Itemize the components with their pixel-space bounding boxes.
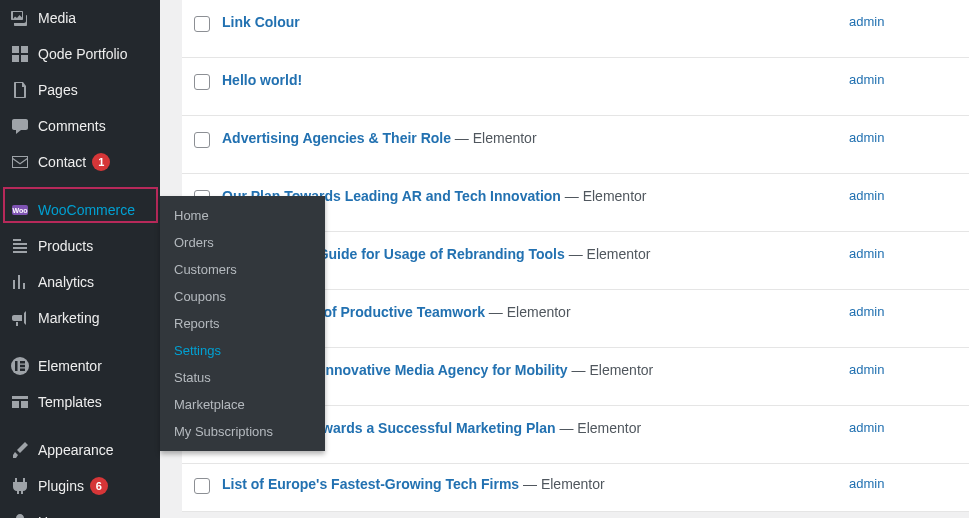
svg-text:Woo: Woo	[12, 207, 27, 214]
row-checkbox[interactable]	[194, 132, 210, 148]
analytics-icon	[10, 272, 30, 292]
post-title-link[interactable]: Link Colour	[222, 14, 300, 30]
submenu-item-marketplace[interactable]: Marketplace	[160, 391, 325, 418]
sidebar-item-qode-portfolio[interactable]: Qode Portfolio	[0, 36, 160, 72]
sidebar-item-label: Comments	[38, 118, 106, 134]
table-row: List of Europe's Fastest-Growing Tech Fi…	[182, 464, 969, 512]
table-row: Link Colour admin	[182, 0, 969, 58]
sidebar-item-label: Pages	[38, 82, 78, 98]
post-title-link[interactable]: Advertising Agencies & Their Role	[222, 130, 451, 146]
sidebar-item-users[interactable]: Users	[0, 504, 160, 518]
sidebar-item-plugins[interactable]: Plugins 6	[0, 468, 160, 504]
sidebar-item-label: Media	[38, 10, 76, 26]
sidebar-item-templates[interactable]: Templates	[0, 384, 160, 420]
submenu-item-coupons[interactable]: Coupons	[160, 283, 325, 310]
submenu-item-customers[interactable]: Customers	[160, 256, 325, 283]
sidebar-item-label: Contact	[38, 154, 86, 170]
woocommerce-submenu: Home Orders Customers Coupons Reports Se…	[160, 196, 325, 451]
elementor-icon	[10, 356, 30, 376]
sidebar-item-media[interactable]: Media	[0, 0, 160, 36]
sidebar-item-elementor[interactable]: Elementor	[0, 348, 160, 384]
submenu-item-settings[interactable]: Settings	[160, 337, 325, 364]
admin-sidebar: Media Qode Portfolio Pages Comments Cont…	[0, 0, 160, 518]
sidebar-item-label: Plugins	[38, 478, 84, 494]
sidebar-item-label: WooCommerce	[38, 202, 135, 218]
author-link[interactable]: admin	[849, 14, 884, 29]
row-checkbox[interactable]	[194, 478, 210, 494]
builder-suffix: — Elementor	[451, 130, 537, 146]
sidebar-item-label: Elementor	[38, 358, 102, 374]
sidebar-item-label: Marketing	[38, 310, 99, 326]
svg-rect-6	[20, 369, 25, 372]
author-link[interactable]: admin	[849, 130, 884, 145]
comments-icon	[10, 116, 30, 136]
user-icon	[10, 512, 30, 518]
sidebar-item-comments[interactable]: Comments	[0, 108, 160, 144]
builder-suffix: — Elementor	[485, 304, 571, 320]
mail-icon	[10, 152, 30, 172]
sidebar-item-contact[interactable]: Contact 1	[0, 144, 160, 180]
post-title-link[interactable]: Hello world!	[222, 72, 302, 88]
submenu-item-orders[interactable]: Orders	[160, 229, 325, 256]
author-link[interactable]: admin	[849, 72, 884, 87]
plugin-icon	[10, 476, 30, 496]
sidebar-item-label: Qode Portfolio	[38, 46, 128, 62]
builder-suffix: — Elementor	[568, 362, 654, 378]
svg-rect-5	[20, 365, 25, 368]
author-link[interactable]: admin	[849, 188, 884, 203]
page-icon	[10, 80, 30, 100]
brush-icon	[10, 440, 30, 460]
sidebar-item-analytics[interactable]: Analytics	[0, 264, 160, 300]
woocommerce-icon: Woo	[10, 200, 30, 220]
sidebar-item-pages[interactable]: Pages	[0, 72, 160, 108]
author-link[interactable]: admin	[849, 420, 884, 435]
sidebar-item-label: Templates	[38, 394, 102, 410]
sidebar-item-label: Products	[38, 238, 93, 254]
author-link[interactable]: admin	[849, 476, 884, 491]
table-row: Advertising Agencies & Their Role — Elem…	[182, 116, 969, 174]
svg-rect-4	[20, 361, 25, 364]
sidebar-separator	[0, 420, 160, 432]
builder-suffix: — Elementor	[565, 246, 651, 262]
grid-icon	[10, 44, 30, 64]
builder-suffix: — Elementor	[519, 476, 605, 492]
submenu-item-subscriptions[interactable]: My Subscriptions	[160, 418, 325, 445]
products-icon	[10, 236, 30, 256]
megaphone-icon	[10, 308, 30, 328]
sidebar-item-woocommerce[interactable]: Woo WooCommerce	[0, 192, 160, 228]
sidebar-separator	[0, 336, 160, 348]
templates-icon	[10, 392, 30, 412]
sidebar-item-products[interactable]: Products	[0, 228, 160, 264]
submenu-item-status[interactable]: Status	[160, 364, 325, 391]
svg-rect-3	[15, 361, 18, 371]
submenu-item-home[interactable]: Home	[160, 202, 325, 229]
sidebar-item-label: Users	[38, 514, 75, 518]
media-icon	[10, 8, 30, 28]
sidebar-item-label: Appearance	[38, 442, 114, 458]
sidebar-item-label: Analytics	[38, 274, 94, 290]
author-link[interactable]: admin	[849, 304, 884, 319]
row-checkbox[interactable]	[194, 74, 210, 90]
submenu-item-reports[interactable]: Reports	[160, 310, 325, 337]
author-link[interactable]: admin	[849, 362, 884, 377]
builder-suffix: — Elementor	[561, 188, 647, 204]
sidebar-item-appearance[interactable]: Appearance	[0, 432, 160, 468]
builder-suffix: — Elementor	[556, 420, 642, 436]
sidebar-separator	[0, 180, 160, 192]
author-link[interactable]: admin	[849, 246, 884, 261]
sidebar-item-marketing[interactable]: Marketing	[0, 300, 160, 336]
post-title-link[interactable]: List of Europe's Fastest-Growing Tech Fi…	[222, 476, 519, 492]
contact-badge: 1	[92, 153, 110, 171]
table-row: Hello world! admin	[182, 58, 969, 116]
row-checkbox[interactable]	[194, 16, 210, 32]
plugins-badge: 6	[90, 477, 108, 495]
